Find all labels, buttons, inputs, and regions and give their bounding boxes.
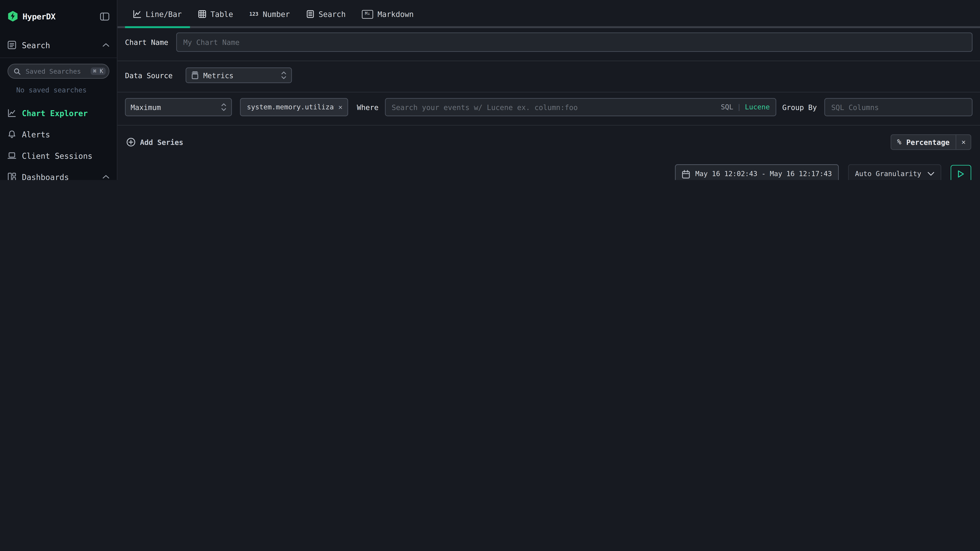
chevron-up-icon: [102, 43, 110, 47]
calendar-icon: [682, 170, 690, 178]
collapse-sidebar-icon[interactable]: [100, 12, 110, 21]
tab-number[interactable]: 123 Number: [241, 0, 298, 28]
aggregation-select[interactable]: Maximum: [125, 98, 232, 116]
toggle-divider: |: [737, 103, 741, 111]
main-content: Line/Bar Table 123 Number Search M↓ Ma: [118, 0, 980, 180]
granularity-select[interactable]: Auto Granularity: [848, 164, 941, 180]
sidebar: HyperDX Search ⌘ K No saved searches Cha: [0, 0, 118, 180]
percentage-main[interactable]: % Percentage: [891, 135, 956, 149]
bell-icon: [8, 130, 16, 139]
sidebar-item-alerts[interactable]: Alerts: [0, 124, 117, 145]
no-saved-searches-text: No saved searches: [16, 86, 110, 94]
metric-tag[interactable]: system.memory.utilization ✕: [240, 98, 348, 116]
shortcut-badge: ⌘ K: [91, 68, 105, 75]
tab-label: Number: [263, 10, 290, 18]
tab-markdown[interactable]: M↓ Markdown: [354, 0, 422, 28]
data-source-row: Data Source Metrics: [125, 68, 972, 83]
data-source-label: Data Source: [125, 71, 172, 79]
date-range-picker[interactable]: May 16 12:02:43 - May 16 12:17:43: [675, 164, 839, 180]
laptop-icon: [8, 151, 16, 160]
where-input[interactable]: [385, 98, 776, 116]
granularity-value: Auto Granularity: [855, 170, 921, 178]
tab-label: Search: [318, 10, 346, 18]
search-section-icon: [8, 41, 16, 49]
chart-name-label: Chart Name: [125, 38, 168, 46]
sidebar-item-dashboards[interactable]: Dashboards: [0, 166, 117, 180]
tab-label: Markdown: [377, 10, 414, 18]
tab-search[interactable]: Search: [298, 0, 354, 28]
query-language-toggle: SQL | Lucene: [721, 98, 770, 116]
sidebar-section-search[interactable]: Search: [0, 32, 117, 58]
data-source-value: Metrics: [203, 71, 233, 79]
sidebar-item-label: Dashboards: [22, 172, 69, 180]
chevron-up-icon: [102, 175, 110, 179]
list-icon: [306, 10, 314, 18]
tab-line-bar[interactable]: Line/Bar: [125, 0, 190, 28]
add-series-label: Add Series: [140, 138, 183, 146]
sidebar-item-chart-explorer[interactable]: Chart Explorer: [0, 102, 117, 124]
aggregation-value: Maximum: [130, 103, 161, 112]
sql-toggle[interactable]: SQL: [721, 103, 733, 111]
remove-metric-icon[interactable]: ✕: [338, 103, 342, 111]
percent-icon: %: [897, 138, 901, 146]
chart-type-tabs: Line/Bar Table 123 Number Search M↓ Ma: [118, 0, 980, 28]
series-row: Maximum system.memory.utilization ✕ Wher…: [125, 98, 972, 116]
sidebar-item-label: Client Sessions: [22, 151, 92, 160]
date-range-value: May 16 12:02:43 - May 16 12:17:43: [695, 170, 832, 178]
divider: [118, 60, 980, 61]
search-section-label: Search: [22, 40, 50, 49]
divider: [118, 125, 980, 125]
select-chevrons-icon: [221, 103, 226, 111]
remove-percentage-icon[interactable]: ✕: [956, 135, 970, 149]
run-query-button[interactable]: [951, 165, 971, 180]
chart-explorer-icon: [8, 109, 16, 118]
lucene-toggle[interactable]: Lucene: [745, 103, 770, 111]
sidebar-item-label: Alerts: [22, 130, 50, 139]
percentage-label: Percentage: [906, 138, 950, 146]
group-by-label: Group By: [782, 103, 817, 112]
play-icon: [958, 170, 964, 178]
saved-searches-input[interactable]: ⌘ K: [8, 64, 110, 79]
data-source-select[interactable]: Metrics: [186, 68, 292, 83]
number-icon: 123: [249, 11, 258, 17]
saved-searches-field[interactable]: [24, 67, 91, 76]
chart-controls-row: May 16 12:02:43 - May 16 12:17:43 Auto G…: [126, 164, 971, 180]
add-series-button[interactable]: Add Series: [126, 137, 183, 147]
search-icon: [14, 68, 21, 75]
chevron-down-icon: [928, 172, 934, 176]
where-input-wrap: SQL | Lucene: [385, 98, 776, 116]
line-chart-icon: [133, 10, 141, 18]
sidebar-nav: Chart Explorer Alerts Client Sessions Da…: [0, 102, 117, 180]
app-title: HyperDX: [22, 12, 55, 21]
series-actions-row: Add Series % Percentage ✕: [126, 134, 971, 150]
where-label: Where: [357, 103, 379, 112]
logo-row: HyperDX: [0, 0, 117, 32]
metric-tag-value: system.memory.utilization: [247, 103, 335, 111]
database-icon: [191, 71, 199, 79]
plus-circle-icon: [126, 137, 135, 147]
tab-table[interactable]: Table: [190, 0, 241, 28]
tab-label: Line/Bar: [146, 10, 182, 18]
markdown-icon: M↓: [362, 10, 373, 18]
sidebar-item-client-sessions[interactable]: Client Sessions: [0, 145, 117, 166]
percentage-button[interactable]: % Percentage ✕: [890, 134, 971, 150]
select-chevrons-icon: [282, 71, 286, 79]
hyperdx-logo-icon: [8, 11, 18, 22]
sidebar-item-label: Chart Explorer: [22, 108, 88, 118]
chart-name-row: Chart Name: [125, 32, 972, 52]
group-by-input[interactable]: [824, 98, 973, 116]
table-icon: [198, 10, 206, 18]
dashboards-icon: [8, 172, 16, 180]
app-window: HyperDX Search ⌘ K No saved searches Cha: [0, 0, 980, 180]
chart-name-input[interactable]: [177, 32, 972, 52]
divider: [118, 92, 980, 92]
tab-label: Table: [210, 10, 233, 18]
